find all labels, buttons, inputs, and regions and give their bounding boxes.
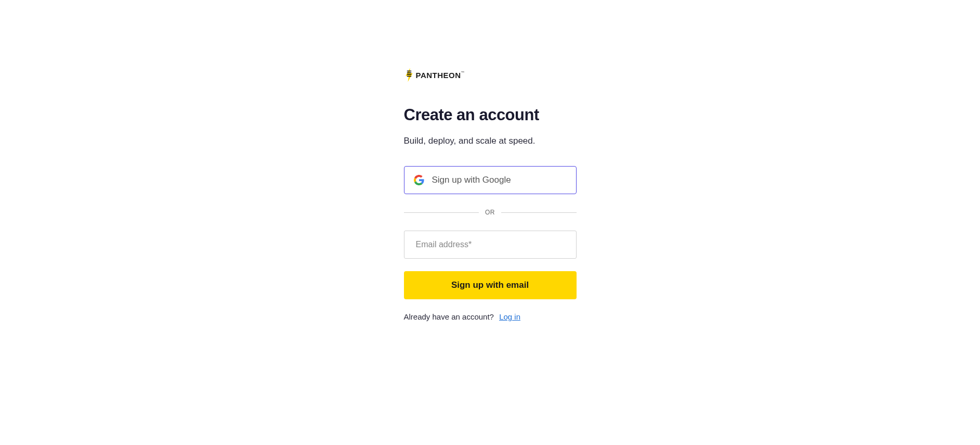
login-link[interactable]: Log in: [499, 312, 520, 321]
google-icon: [414, 175, 424, 185]
page-title: Create an account: [404, 106, 577, 124]
email-input[interactable]: [404, 231, 577, 259]
page-subtitle: Build, deploy, and scale at speed.: [404, 136, 577, 146]
sign-up-email-button[interactable]: Sign up with email: [404, 271, 577, 299]
brand-name: PANTHEON™: [416, 71, 465, 80]
svg-rect-3: [407, 76, 411, 77]
sign-up-google-button[interactable]: Sign up with Google: [404, 166, 577, 194]
brand-logo: PANTHEON™: [404, 68, 577, 82]
pantheon-bolt-icon: [404, 68, 414, 82]
signup-container: PANTHEON™ Create an account Build, deplo…: [404, 68, 577, 445]
divider-line-left: [404, 212, 479, 213]
divider: OR: [404, 209, 577, 216]
divider-text: OR: [485, 209, 495, 216]
login-prompt: Already have an account? Log in: [404, 312, 577, 321]
login-prompt-text: Already have an account?: [404, 312, 494, 321]
google-button-label: Sign up with Google: [432, 175, 511, 185]
svg-rect-2: [407, 74, 411, 75]
svg-rect-1: [407, 72, 411, 73]
svg-rect-0: [407, 71, 411, 72]
divider-line-right: [501, 212, 577, 213]
